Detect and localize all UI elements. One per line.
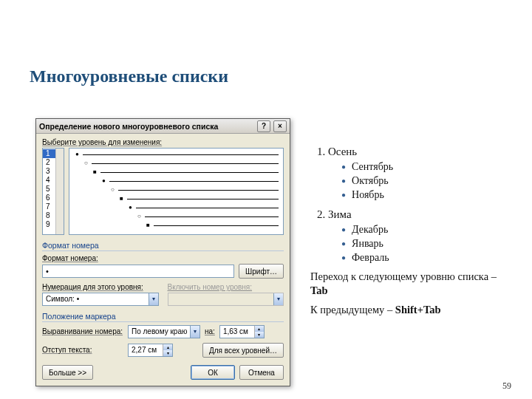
page-number: 59 — [502, 381, 511, 392]
cancel-button[interactable]: Отмена — [239, 365, 284, 380]
key-name: Shift+Tab — [395, 304, 441, 316]
sublist-item: Декабрь — [341, 223, 502, 237]
chevron-down-icon — [273, 293, 283, 305]
note-text: Переход к следующему уровню списка – — [310, 270, 497, 282]
symbol-label-inline: Символ: — [46, 295, 75, 303]
format-label: Формат номера: — [42, 254, 284, 262]
list-item-label: Осень — [328, 146, 357, 157]
sublist-item: Ноябрь — [341, 188, 502, 202]
at-value: 1,63 см — [220, 326, 254, 338]
all-levels-button[interactable]: Для всех уровней… — [202, 343, 284, 358]
help-button[interactable]: ? — [257, 120, 270, 132]
sublist-item: Январь — [341, 237, 502, 251]
select-level-label: Выберите уровень для изменения: — [42, 138, 284, 146]
slide-title: Многоуровневые списки — [30, 66, 228, 86]
sublist-item: Октябрь — [341, 174, 502, 188]
multilevel-list-dialog: Определение нового многоуровневого списк… — [35, 118, 290, 386]
at-spinner[interactable]: 1,63 см ▴▾ — [219, 325, 265, 338]
indent-label: Отступ текста: — [42, 346, 123, 354]
section-format-header: Формат номера — [42, 241, 284, 251]
symbol-value: • — [77, 295, 80, 303]
align-label: Выравнивание номера: — [42, 327, 123, 335]
preview-pane: ● ○ ■ ● ○ ■ ● ○ ■ — [69, 148, 284, 235]
level-listbox[interactable]: 1 2 3 4 5 6 7 8 9 — [42, 148, 64, 235]
list-item: Зима Декабрь Январь Февраль — [328, 207, 502, 265]
indent-value: 2,27 см — [129, 344, 163, 356]
close-button[interactable]: × — [273, 120, 287, 132]
note-prev-level: К предыдущему – Shift+Tab — [310, 303, 502, 318]
font-button[interactable]: Шрифт… — [239, 264, 284, 279]
numbering-label: Нумерация для этого уровня: — [42, 283, 159, 291]
sublist-item: Февраль — [341, 251, 502, 265]
more-button[interactable]: Больше >> — [42, 365, 93, 380]
content-column: Осень Сентябрь Октябрь Ноябрь Зима Декаб… — [310, 144, 502, 318]
scrollbar[interactable] — [55, 149, 64, 234]
titlebar: Определение нового многоуровневого списк… — [36, 119, 290, 134]
ok-button[interactable]: ОК — [191, 365, 235, 380]
indent-spinner[interactable]: 2,27 см ▴▾ — [128, 344, 173, 357]
note-text: К предыдущему – — [310, 304, 395, 316]
key-name: Tab — [310, 284, 328, 296]
align-value: По левому краю — [132, 327, 187, 335]
list-item-label: Зима — [328, 208, 352, 220]
list-item: Осень Сентябрь Октябрь Ноябрь — [328, 144, 502, 202]
dialog-title: Определение нового многоуровневого списк… — [39, 122, 254, 131]
note-next-level: Переход к следующему уровню списка – Tab — [310, 270, 502, 299]
at-label: на: — [205, 327, 215, 335]
numbering-combo[interactable]: Символ: • — [42, 293, 159, 306]
include-level-combo — [168, 293, 284, 306]
chevron-down-icon — [190, 326, 200, 338]
chevron-down-icon — [149, 293, 158, 305]
format-input[interactable]: • — [42, 265, 234, 278]
include-level-label: Включить номер уровня: — [168, 283, 284, 291]
sublist-item: Сентябрь — [341, 160, 502, 174]
section-position-header: Положение маркера — [42, 312, 284, 322]
align-combo[interactable]: По левому краю — [128, 325, 200, 338]
